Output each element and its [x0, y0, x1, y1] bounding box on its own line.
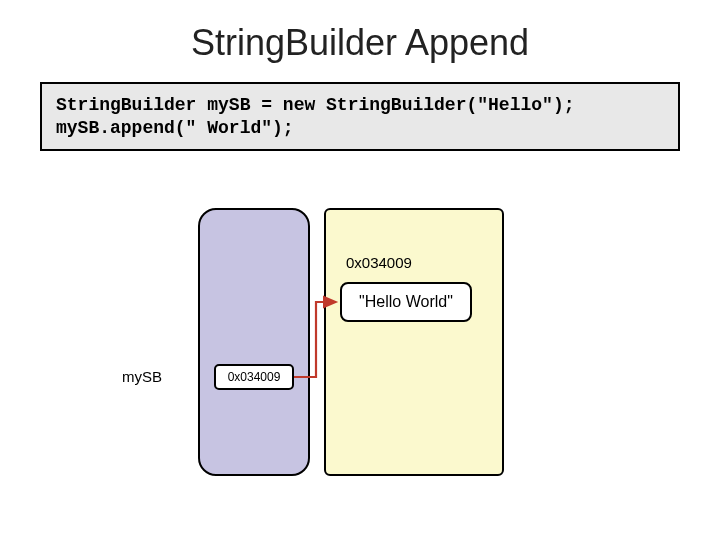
heap-region	[324, 208, 504, 476]
heap-cell-value: "Hello World"	[340, 282, 472, 322]
slide-title: StringBuilder Append	[0, 0, 720, 64]
stack-region	[198, 208, 310, 476]
memory-diagram: mySB 0x034009 0x034009 "Hello World"	[0, 190, 720, 520]
stack-cell-address: 0x034009	[214, 364, 294, 390]
variable-label: mySB	[122, 368, 162, 385]
heap-address-label: 0x034009	[346, 254, 412, 271]
code-snippet: StringBuilder mySB = new StringBuilder("…	[40, 82, 680, 151]
